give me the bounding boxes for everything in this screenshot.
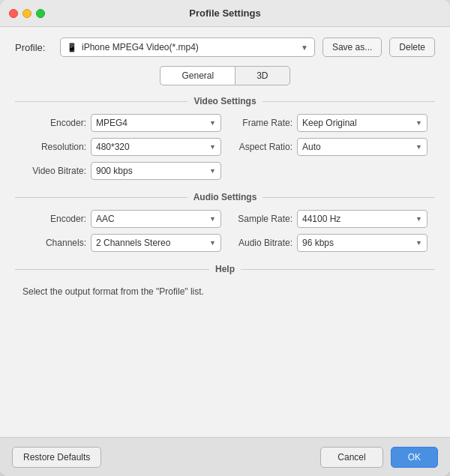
audio-encoder-chevron: ▼ — [209, 215, 216, 223]
frame-rate-value: Keep Original — [302, 118, 357, 128]
video-settings-title: Video Settings — [194, 96, 256, 106]
audio-bitrate-row: Audio Bitrate: 96 kbps ▼ — [229, 234, 428, 252]
aspect-ratio-label: Aspect Ratio: — [229, 142, 292, 152]
video-settings-section: Video Settings Encoder: MPEG4 ▼ Frame Ra… — [15, 96, 435, 180]
audio-encoder-dropdown[interactable]: AAC ▼ — [91, 210, 221, 228]
video-left-line — [15, 101, 188, 102]
audio-right-line — [262, 197, 435, 198]
minimize-button[interactable] — [22, 9, 32, 18]
close-button[interactable] — [9, 9, 18, 18]
sample-rate-value: 44100 Hz — [302, 214, 340, 224]
save-as-button[interactable]: Save as... — [322, 37, 382, 57]
video-settings-header: Video Settings — [15, 96, 435, 106]
window-title: Profile Settings — [189, 7, 260, 19]
profile-device-icon: 📱 — [67, 43, 77, 52]
video-encoder-label: Encoder: — [22, 118, 86, 128]
audio-settings-header: Audio Settings — [15, 192, 435, 202]
audio-bitrate-label: Audio Bitrate: — [229, 238, 292, 248]
resolution-chevron: ▼ — [209, 143, 216, 151]
resolution-value: 480*320 — [96, 142, 130, 152]
main-window: Profile Settings Profile: 📱 iPhone MPEG4… — [0, 0, 450, 476]
aspect-ratio-chevron: ▼ — [416, 143, 422, 151]
delete-button[interactable]: Delete — [389, 37, 435, 57]
restore-defaults-button[interactable]: Restore Defaults — [12, 447, 101, 468]
audio-encoder-value: AAC — [96, 214, 115, 224]
profile-label: Profile: — [15, 42, 52, 53]
resolution-label: Resolution: — [22, 142, 86, 152]
sample-rate-label: Sample Rate: — [229, 214, 292, 224]
video-encoder-value: MPEG4 — [96, 118, 128, 128]
resolution-dropdown[interactable]: 480*320 ▼ — [91, 138, 221, 156]
frame-rate-label: Frame Rate: — [229, 118, 292, 128]
channels-label: Channels: — [22, 238, 86, 248]
help-section: Help Select the output format from the "… — [15, 264, 435, 301]
audio-bitrate-chevron: ▼ — [416, 239, 422, 247]
aspect-ratio-row: Aspect Ratio: Auto ▼ — [229, 138, 428, 156]
video-encoder-dropdown[interactable]: MPEG4 ▼ — [91, 114, 221, 132]
video-bitrate-row: Video Bitrate: 900 kbps ▼ — [22, 162, 221, 180]
sample-rate-row: Sample Rate: 44100 Hz ▼ — [229, 210, 428, 228]
footer-right-buttons: Cancel OK — [320, 447, 438, 468]
audio-encoder-row: Encoder: AAC ▼ — [22, 210, 221, 228]
maximize-button[interactable] — [36, 9, 45, 18]
window-controls — [9, 9, 45, 18]
frame-rate-dropdown[interactable]: Keep Original ▼ — [297, 114, 428, 132]
help-title: Help — [215, 264, 235, 274]
audio-bitrate-value: 96 kbps — [302, 238, 334, 248]
profile-chevron-icon: ▼ — [301, 43, 308, 52]
video-bitrate-label: Video Bitrate: — [22, 166, 86, 176]
audio-fields-grid: Encoder: AAC ▼ Sample Rate: 44100 Hz ▼ — [15, 210, 435, 252]
video-fields-grid: Encoder: MPEG4 ▼ Frame Rate: Keep Origin… — [15, 114, 435, 180]
audio-encoder-label: Encoder: — [22, 214, 86, 224]
tab-general[interactable]: General — [160, 66, 235, 85]
sample-rate-dropdown[interactable]: 44100 Hz ▼ — [297, 210, 428, 228]
audio-settings-title: Audio Settings — [194, 192, 257, 202]
channels-dropdown[interactable]: 2 Channels Stereo ▼ — [91, 234, 221, 252]
audio-settings-section: Audio Settings Encoder: AAC ▼ Sample Rat… — [15, 192, 435, 252]
video-encoder-row: Encoder: MPEG4 ▼ — [22, 114, 221, 132]
main-content: Profile: 📱 iPhone MPEG4 Video(*.mp4) ▼ S… — [0, 27, 450, 437]
footer: Restore Defaults Cancel OK — [0, 437, 450, 476]
title-bar: Profile Settings — [0, 0, 450, 27]
audio-left-line — [15, 197, 188, 198]
video-right-line — [262, 101, 435, 102]
sample-rate-chevron: ▼ — [416, 215, 422, 223]
profile-dropdown[interactable]: 📱 iPhone MPEG4 Video(*.mp4) ▼ — [60, 37, 315, 57]
ok-button[interactable]: OK — [391, 447, 438, 468]
cancel-button[interactable]: Cancel — [320, 447, 382, 468]
resolution-row: Resolution: 480*320 ▼ — [22, 138, 221, 156]
help-right-line — [241, 269, 435, 270]
profile-row: Profile: 📱 iPhone MPEG4 Video(*.mp4) ▼ S… — [15, 37, 435, 57]
aspect-ratio-value: Auto — [302, 142, 321, 152]
help-text: Select the output format from the "Profi… — [15, 282, 435, 301]
help-left-line — [15, 269, 209, 270]
video-bitrate-value: 900 kbps — [96, 166, 133, 176]
profile-value: iPhone MPEG4 Video(*.mp4) — [82, 42, 199, 52]
tab-3d[interactable]: 3D — [235, 66, 290, 85]
audio-bitrate-dropdown[interactable]: 96 kbps ▼ — [297, 234, 428, 252]
aspect-ratio-dropdown[interactable]: Auto ▼ — [297, 138, 428, 156]
channels-chevron: ▼ — [209, 239, 216, 247]
video-encoder-chevron: ▼ — [209, 119, 216, 127]
video-bitrate-dropdown[interactable]: 900 kbps ▼ — [91, 162, 221, 180]
channels-value: 2 Channels Stereo — [96, 238, 170, 248]
frame-rate-row: Frame Rate: Keep Original ▼ — [229, 114, 428, 132]
video-bitrate-chevron: ▼ — [209, 167, 216, 175]
frame-rate-chevron: ▼ — [416, 119, 422, 127]
tabs-row: General 3D — [15, 66, 435, 85]
help-header: Help — [15, 264, 435, 274]
channels-row: Channels: 2 Channels Stereo ▼ — [22, 234, 221, 252]
